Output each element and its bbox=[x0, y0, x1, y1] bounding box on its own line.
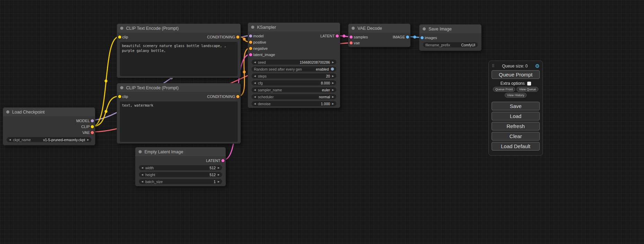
arrow-right-icon[interactable]: ▶ bbox=[332, 96, 334, 98]
collapse-dot[interactable] bbox=[352, 27, 355, 30]
node-load-checkpoint[interactable]: Load Checkpoint MODEL CLIP VAE ◀ ckpt_na… bbox=[3, 107, 95, 145]
arrow-left-icon[interactable]: ◀ bbox=[141, 173, 143, 176]
arrow-right-icon[interactable]: ▶ bbox=[218, 166, 220, 169]
arrow-left-icon[interactable]: ◀ bbox=[9, 138, 11, 141]
filename-prefix-widget[interactable]: filename_prefix ComfyUI bbox=[423, 42, 478, 47]
positive-prompt-textarea[interactable]: beautiful scenery nature glass bottle la… bbox=[120, 42, 238, 76]
comfyui-node-graph-canvas[interactable]: { "colors": { "model": "#B39DDB", "clip"… bbox=[0, 0, 644, 244]
widget-label: ckpt_name bbox=[13, 138, 30, 142]
conditioning-output-slot[interactable] bbox=[236, 95, 239, 98]
node-clip-text-encode-negative[interactable]: CLIP Text Encode (Prompt) clip CONDITION… bbox=[117, 83, 241, 144]
queue-prompt-button[interactable]: Queue Prompt bbox=[492, 70, 540, 79]
images-input-slot[interactable] bbox=[421, 36, 424, 39]
queue-front-button[interactable]: Queue Front bbox=[493, 87, 515, 92]
collapse-dot[interactable] bbox=[6, 110, 9, 114]
node-title-bar[interactable]: Load Checkpoint bbox=[3, 108, 95, 116]
collapse-dot[interactable] bbox=[423, 27, 426, 30]
widget-label: width bbox=[145, 166, 154, 170]
latent-output-label: LATENT bbox=[206, 159, 220, 163]
extra-options-checkbox[interactable] bbox=[527, 82, 531, 85]
node-ksampler[interactable]: KSampler model LATENT positive negative bbox=[248, 22, 340, 108]
ckpt-name-widget[interactable]: ◀ ckpt_name v1-5-pruned-emaonly.ckpt ▶ bbox=[7, 137, 91, 142]
positive-input-slot[interactable] bbox=[249, 41, 252, 44]
refresh-button[interactable]: Refresh bbox=[492, 122, 540, 130]
load-button[interactable]: Load bbox=[492, 112, 540, 120]
random-seed-toggle-widget[interactable]: Random seed after every gen enabled bbox=[252, 66, 336, 72]
node-title-bar[interactable]: Empty Latent Image bbox=[135, 147, 226, 156]
conditioning-output-slot[interactable] bbox=[236, 36, 239, 39]
conditioning-output-label: CONDITIONING bbox=[207, 94, 235, 99]
queue-control-panel: ⠿ Queue size: 0 ⚙ Queue Prompt Extra opt… bbox=[488, 61, 543, 156]
node-title: VAE Decode bbox=[358, 26, 382, 31]
model-input-slot[interactable] bbox=[249, 35, 252, 38]
settings-gear-icon[interactable]: ⚙ bbox=[535, 63, 540, 69]
denoise-widget[interactable]: ◀ denoise 1.000 ▶ bbox=[252, 101, 336, 106]
scheduler-widget[interactable]: ◀ scheduler normal ▶ bbox=[252, 94, 336, 99]
arrow-right-icon[interactable]: ▶ bbox=[332, 82, 334, 84]
node-empty-latent-image[interactable]: Empty Latent Image LATENT ◀ width 512 ▶ … bbox=[135, 147, 226, 186]
node-title-bar[interactable]: KSampler bbox=[248, 23, 340, 31]
widget-label: denoise bbox=[258, 102, 271, 106]
widget-value: v1-5-pruned-emaonly.ckpt bbox=[33, 138, 85, 142]
collapse-dot[interactable] bbox=[120, 27, 123, 30]
arrow-right-icon[interactable]: ▶ bbox=[332, 102, 334, 105]
sampler-name-widget[interactable]: ◀ sampler_name euler ▶ bbox=[252, 87, 336, 92]
batch-size-widget[interactable]: ◀ batch_size 1 ▶ bbox=[139, 179, 222, 184]
widget-value: normal bbox=[276, 95, 330, 99]
widget-value: 20 bbox=[269, 74, 330, 78]
arrow-left-icon[interactable]: ◀ bbox=[254, 82, 256, 84]
node-vae-decode[interactable]: VAE Decode samples IMAGE vae bbox=[348, 24, 411, 47]
vae-output-slot[interactable] bbox=[91, 131, 94, 134]
drag-handle-icon[interactable]: ⠿ bbox=[492, 64, 495, 69]
arrow-right-icon[interactable]: ▶ bbox=[332, 61, 334, 63]
negative-prompt-textarea[interactable]: text, watermark bbox=[120, 101, 238, 142]
collapse-dot[interactable] bbox=[120, 86, 123, 89]
latent-output-slot[interactable] bbox=[336, 35, 339, 38]
view-queue-button[interactable]: View Queue bbox=[517, 87, 538, 92]
widget-value: 512 bbox=[157, 173, 216, 177]
clip-output-label: CLIP bbox=[81, 125, 90, 129]
latent-image-input-slot[interactable] bbox=[249, 53, 252, 56]
save-button[interactable]: Save bbox=[492, 102, 540, 110]
arrow-right-icon[interactable]: ▶ bbox=[332, 75, 334, 77]
model-output-slot[interactable] bbox=[91, 119, 94, 122]
cfg-widget[interactable]: ◀ cfg 8.000 ▶ bbox=[252, 80, 336, 85]
arrow-left-icon[interactable]: ◀ bbox=[141, 180, 143, 183]
samples-input-slot[interactable] bbox=[350, 35, 353, 38]
node-title-bar[interactable]: VAE Decode bbox=[349, 24, 410, 33]
clip-input-slot[interactable] bbox=[118, 95, 121, 98]
load-default-button[interactable]: Load Default bbox=[492, 142, 540, 151]
clip-input-slot[interactable] bbox=[118, 36, 121, 39]
latent-output-slot[interactable] bbox=[221, 159, 224, 162]
arrow-left-icon[interactable]: ◀ bbox=[254, 89, 256, 91]
toggle-dot[interactable] bbox=[331, 67, 334, 71]
negative-input-slot[interactable] bbox=[249, 47, 252, 50]
node-title-bar[interactable]: CLIP Text Encode (Prompt) bbox=[117, 83, 240, 92]
arrow-left-icon[interactable]: ◀ bbox=[254, 61, 256, 63]
arrow-left-icon[interactable]: ◀ bbox=[254, 102, 256, 105]
arrow-right-icon[interactable]: ▶ bbox=[218, 173, 220, 176]
arrow-right-icon[interactable]: ▶ bbox=[218, 180, 220, 183]
width-widget[interactable]: ◀ width 512 ▶ bbox=[139, 165, 222, 170]
steps-widget[interactable]: ◀ steps 20 ▶ bbox=[252, 73, 336, 79]
node-clip-text-encode-positive[interactable]: CLIP Text Encode (Prompt) clip CONDITION… bbox=[117, 24, 241, 78]
height-widget[interactable]: ◀ height 512 ▶ bbox=[139, 172, 222, 177]
arrow-right-icon[interactable]: ▶ bbox=[332, 89, 334, 91]
image-output-slot[interactable] bbox=[406, 35, 409, 38]
collapse-dot[interactable] bbox=[251, 26, 254, 29]
arrow-left-icon[interactable]: ◀ bbox=[254, 75, 256, 77]
collapse-dot[interactable] bbox=[139, 150, 142, 153]
arrow-left-icon[interactable]: ◀ bbox=[141, 166, 143, 169]
node-save-image[interactable]: Save Image images filename_prefix ComfyU… bbox=[419, 24, 482, 51]
clear-button[interactable]: Clear bbox=[492, 132, 540, 141]
view-history-button[interactable]: View History bbox=[505, 93, 527, 98]
latent-output-label: LATENT bbox=[320, 34, 335, 38]
vae-input-slot[interactable] bbox=[350, 41, 353, 44]
clip-output-slot[interactable] bbox=[91, 125, 94, 128]
arrow-right-icon[interactable]: ▶ bbox=[87, 138, 89, 141]
node-title: CLIP Text Encode (Prompt) bbox=[126, 26, 179, 31]
node-title-bar[interactable]: CLIP Text Encode (Prompt) bbox=[117, 24, 240, 33]
node-title-bar[interactable]: Save Image bbox=[420, 25, 481, 33]
arrow-left-icon[interactable]: ◀ bbox=[254, 96, 256, 98]
seed-widget[interactable]: ◀ seed 156680208700286 ▶ bbox=[252, 60, 336, 65]
